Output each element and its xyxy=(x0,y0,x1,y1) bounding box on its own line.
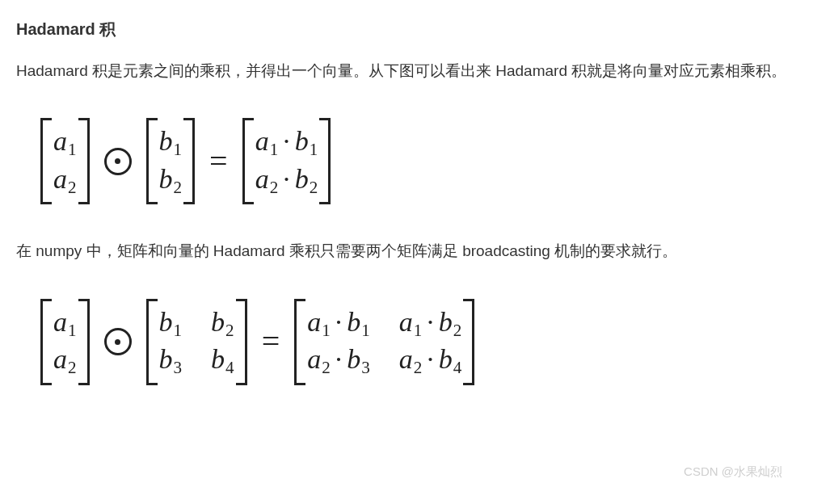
formula1-matrix-b: b1b2 xyxy=(146,118,196,204)
intro-paragraph-2: 在 numpy 中，矩阵和向量的 Hadamard 乘积只需要两个矩阵满足 br… xyxy=(16,237,797,266)
equals-sign: = xyxy=(209,145,228,178)
formula1-matrix-result: a1·b1a2·b2 xyxy=(242,118,331,204)
section-heading: Hadamard 积 xyxy=(16,16,797,42)
formula-2: a1a2 b1b2b3b4 = a1·b1a1·b2a2·b3a2·b4 xyxy=(40,299,797,385)
hadamard-operator-icon xyxy=(104,328,132,355)
watermark: CSDN @水果灿烈 xyxy=(684,462,782,481)
intro-paragraph-1: Hadamard 积是元素之间的乘积，并得出一个向量。从下图可以看出来 Hada… xyxy=(16,57,797,86)
formula2-matrix-b: b1b2b3b4 xyxy=(146,299,247,385)
equals-sign: = xyxy=(262,326,280,358)
formula2-matrix-a: a1a2 xyxy=(40,299,90,385)
formula1-matrix-a: a1a2 xyxy=(40,118,90,204)
formula-1: a1a2 b1b2 = a1·b1a2·b2 xyxy=(40,118,797,204)
formula2-matrix-result: a1·b1a1·b2a2·b3a2·b4 xyxy=(294,299,474,385)
hadamard-operator-icon xyxy=(104,148,132,175)
